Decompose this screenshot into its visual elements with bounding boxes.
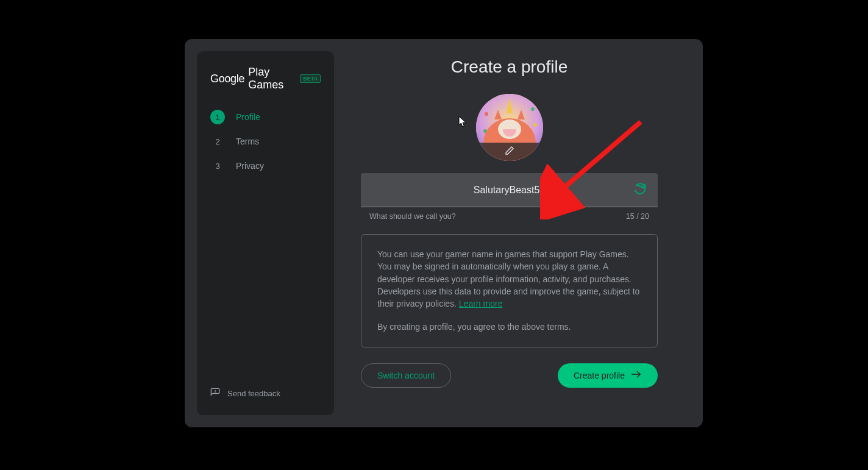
create-profile-label: Create profile [574, 371, 625, 380]
brand-play: Play Games [248, 66, 295, 91]
username-input[interactable] [361, 185, 658, 196]
edit-avatar-overlay [476, 143, 543, 161]
step-privacy[interactable]: 3 Privacy [210, 154, 321, 178]
main-content: Create a profile [334, 39, 703, 427]
field-helper-row: What should we call you? 15 / 20 [361, 207, 658, 221]
char-counter: 15 / 20 [626, 212, 649, 221]
step-number: 2 [210, 134, 225, 149]
create-profile-button[interactable]: Create profile [558, 363, 658, 388]
step-profile[interactable]: 1 Profile [210, 105, 321, 129]
terms-text: You can use your gamer name in games tha… [377, 249, 639, 308]
field-helper-text: What should we call you? [369, 212, 456, 221]
action-buttons: Switch account Create profile [361, 363, 658, 388]
brand: Google Play Games BETA [197, 66, 334, 105]
arrow-right-icon [631, 370, 642, 380]
setup-steps: 1 Profile 2 Terms 3 Privacy [197, 105, 334, 178]
profile-setup-modal: Google Play Games BETA 1 Profile 2 Terms… [185, 39, 703, 427]
svg-point-1 [215, 393, 216, 393]
brand-google: Google [210, 73, 244, 85]
learn-more-link[interactable]: Learn more [459, 299, 503, 308]
step-label: Privacy [236, 161, 264, 171]
switch-account-button[interactable]: Switch account [361, 363, 451, 388]
username-field [361, 173, 658, 207]
avatar-container [361, 94, 658, 161]
terms-paragraph-2: By creating a profile, you agree to the … [377, 321, 641, 333]
refresh-icon [633, 188, 647, 198]
step-number: 1 [210, 110, 225, 124]
beta-badge: BETA [300, 74, 321, 83]
send-feedback-button[interactable]: Send feedback [197, 382, 334, 405]
step-label: Terms [236, 137, 259, 146]
step-label: Profile [236, 112, 260, 122]
terms-paragraph-1: You can use your gamer name in games tha… [377, 248, 641, 310]
avatar-picker[interactable] [476, 94, 543, 161]
feedback-icon [210, 388, 220, 399]
pencil-icon [505, 146, 514, 158]
step-terms[interactable]: 2 Terms [210, 129, 321, 154]
feedback-label: Send feedback [227, 389, 280, 398]
switch-account-label: Switch account [377, 371, 435, 380]
sidebar: Google Play Games BETA 1 Profile 2 Terms… [197, 51, 334, 415]
step-number: 3 [210, 158, 225, 173]
page-title: Create a profile [361, 57, 658, 77]
terms-info-box: You can use your gamer name in games tha… [361, 234, 658, 347]
regenerate-username-button[interactable] [630, 179, 650, 201]
